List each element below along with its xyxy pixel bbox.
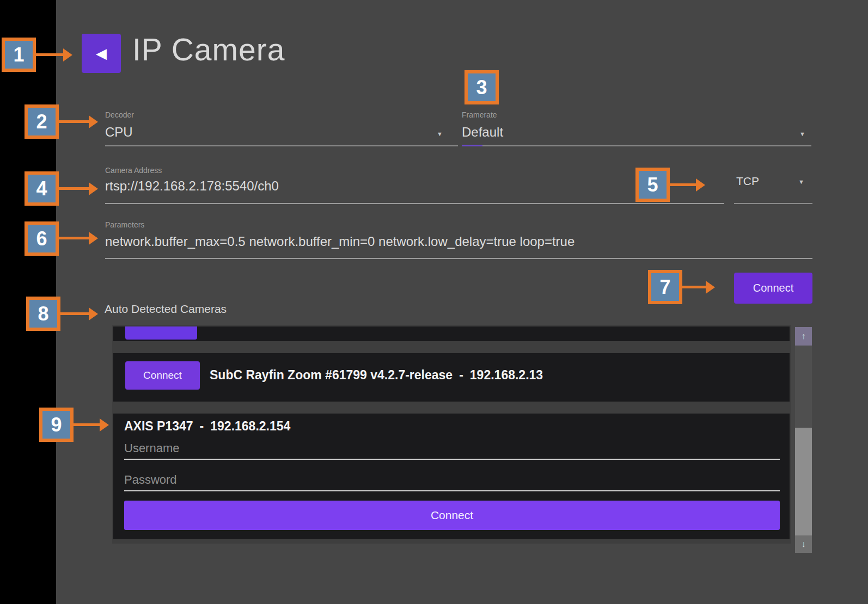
framerate-label: Framerate — [462, 110, 497, 119]
camera-address-input[interactable] — [105, 178, 720, 194]
callout-badge-1: 1 — [2, 38, 36, 72]
scroll-up-icon: ↑ — [802, 331, 806, 341]
subc-camera-address: 192.168.2.13 — [470, 368, 543, 382]
back-arrow-icon: ◀ — [96, 46, 107, 60]
callout-arrow-1 — [36, 53, 63, 56]
axis-camera-name: AXIS P1347 — [124, 419, 193, 433]
transport-underline — [734, 203, 812, 204]
scroll-down-icon: ↓ — [802, 539, 806, 549]
connect-button-partial[interactable] — [125, 326, 197, 340]
password-field[interactable] — [124, 470, 780, 491]
screenshot-root: ◀ IP Camera Decoder CPU ▼ Framerate Defa… — [0, 0, 868, 604]
parameters-input[interactable] — [105, 234, 808, 249]
parameters-underline — [105, 258, 812, 259]
axis-connect-button[interactable]: Connect — [124, 501, 780, 530]
transport-value[interactable]: TCP — [736, 175, 759, 188]
camera-list-item-partial[interactable] — [113, 326, 790, 341]
callout-badge-6: 6 — [25, 221, 59, 256]
transport-dropdown-icon[interactable]: ▼ — [798, 178, 804, 185]
callout-badge-5: 5 — [635, 168, 670, 202]
callout-badge-3: 3 — [464, 70, 499, 104]
subc-connect-button[interactable]: Connect — [125, 361, 200, 390]
callout-arrow-2 — [59, 120, 89, 123]
decoder-underline — [105, 145, 458, 146]
callout-arrow-7 — [682, 286, 706, 288]
framerate-dropdown-icon[interactable]: ▼ — [799, 131, 805, 137]
framerate-underline — [462, 145, 811, 146]
connect-button[interactable]: Connect — [734, 273, 812, 304]
subc-camera-title: SubC Rayfin Zoom #61799 v4.2.7-release-1… — [210, 368, 543, 383]
camera-list-item-subc: Connect SubC Rayfin Zoom #61799 v4.2.7-r… — [113, 353, 790, 402]
scroll-down-button[interactable]: ↓ — [795, 535, 812, 553]
framerate-underline-accent — [462, 145, 482, 146]
callout-badge-9: 9 — [39, 408, 74, 442]
callout-badge-2: 2 — [25, 104, 59, 139]
callout-arrow-5 — [670, 183, 696, 186]
subc-camera-name: SubC Rayfin Zoom #61799 v4.2.7-release — [210, 368, 453, 382]
callout-arrow-6 — [59, 237, 89, 239]
decoder-value[interactable]: CPU — [105, 125, 133, 140]
callout-arrow-8 — [60, 312, 89, 315]
decoder-dropdown-icon[interactable]: ▼ — [437, 131, 443, 137]
axis-camera-title: AXIS P1347-192.168.2.154 — [124, 419, 290, 434]
callout-badge-8: 8 — [26, 297, 60, 331]
page-title: IP Camera — [132, 32, 285, 67]
parameters-label: Parameters — [105, 220, 144, 229]
decoder-label: Decoder — [105, 110, 134, 119]
back-button[interactable]: ◀ — [82, 34, 121, 73]
framerate-value[interactable]: Default — [462, 125, 503, 140]
callout-arrow-9 — [74, 423, 100, 426]
auto-detected-heading: Auto Detected Cameras — [105, 303, 227, 316]
callout-badge-4: 4 — [25, 171, 59, 206]
scrollbar-thumb[interactable] — [795, 428, 812, 535]
camera-address-underline — [105, 203, 724, 204]
axis-title-dash: - — [200, 419, 204, 433]
scroll-up-button[interactable]: ↑ — [795, 327, 812, 346]
callout-badge-7: 7 — [648, 270, 682, 304]
callout-arrow-4 — [59, 187, 89, 190]
username-field[interactable] — [124, 438, 780, 460]
subc-title-dash: - — [459, 368, 463, 382]
axis-camera-address: 192.168.2.154 — [210, 419, 290, 433]
camera-address-label: Camera Address — [105, 166, 162, 175]
